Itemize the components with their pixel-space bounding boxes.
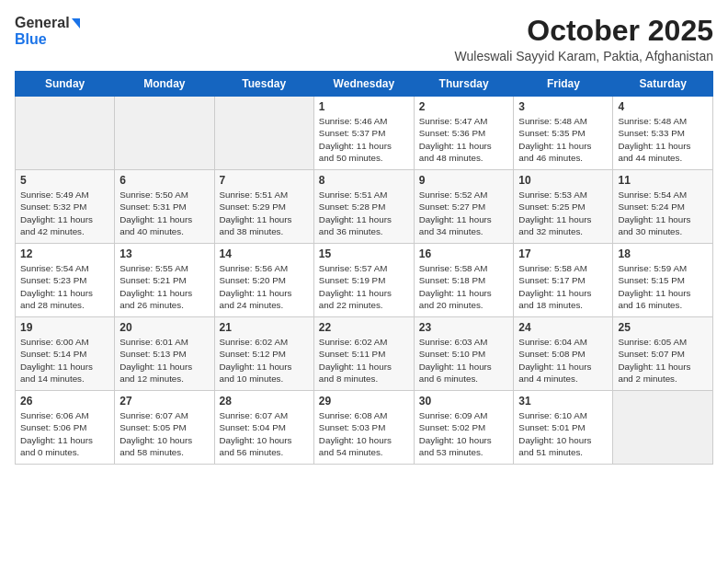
day-info: Sunrise: 5:56 AM Sunset: 5:20 PM Dayligh… — [220, 262, 309, 311]
header-wednesday: Wednesday — [313, 72, 414, 97]
calendar-cell: 11Sunrise: 5:54 AM Sunset: 5:24 PM Dayli… — [613, 170, 713, 244]
header-friday: Friday — [514, 72, 613, 97]
calendar-cell — [16, 97, 115, 170]
calendar-cell: 21Sunrise: 6:02 AM Sunset: 5:12 PM Dayli… — [214, 317, 313, 391]
day-number: 15 — [319, 247, 409, 260]
day-info: Sunrise: 5:47 AM Sunset: 5:36 PM Dayligh… — [419, 115, 509, 164]
day-number: 2 — [419, 100, 509, 113]
day-info: Sunrise: 6:01 AM Sunset: 5:13 PM Dayligh… — [119, 336, 209, 385]
day-info: Sunrise: 5:54 AM Sunset: 5:24 PM Dayligh… — [618, 189, 708, 237]
day-info: Sunrise: 5:54 AM Sunset: 5:23 PM Dayligh… — [20, 262, 109, 311]
calendar-week-4: 19Sunrise: 6:00 AM Sunset: 5:14 PM Dayli… — [16, 317, 713, 391]
header-thursday: Thursday — [414, 72, 514, 97]
day-info: Sunrise: 5:50 AM Sunset: 5:31 PM Dayligh… — [119, 189, 209, 237]
day-number: 22 — [319, 321, 409, 334]
day-number: 5 — [20, 174, 109, 187]
day-info: Sunrise: 5:55 AM Sunset: 5:21 PM Dayligh… — [119, 262, 209, 311]
day-number: 7 — [220, 174, 309, 187]
day-number: 13 — [119, 247, 209, 260]
calendar-cell: 17Sunrise: 5:58 AM Sunset: 5:17 PM Dayli… — [514, 244, 613, 317]
page-header: General Blue October 2025 Wuleswali Sayy… — [15, 15, 713, 63]
header-monday: Monday — [115, 72, 214, 97]
calendar-cell: 12Sunrise: 5:54 AM Sunset: 5:23 PM Dayli… — [16, 244, 115, 317]
day-info: Sunrise: 6:02 AM Sunset: 5:12 PM Dayligh… — [220, 336, 309, 385]
calendar-cell: 6Sunrise: 5:50 AM Sunset: 5:31 PM Daylig… — [115, 170, 214, 244]
day-number: 11 — [618, 174, 708, 187]
day-info: Sunrise: 5:57 AM Sunset: 5:19 PM Dayligh… — [319, 262, 409, 311]
day-number: 24 — [518, 321, 608, 334]
calendar-cell: 31Sunrise: 6:10 AM Sunset: 5:01 PM Dayli… — [514, 391, 613, 465]
day-info: Sunrise: 6:09 AM Sunset: 5:02 PM Dayligh… — [419, 409, 509, 458]
day-info: Sunrise: 5:52 AM Sunset: 5:27 PM Dayligh… — [419, 189, 509, 237]
day-info: Sunrise: 6:08 AM Sunset: 5:03 PM Dayligh… — [319, 409, 409, 458]
logo-general-text: General — [15, 15, 70, 30]
calendar-cell: 22Sunrise: 6:02 AM Sunset: 5:11 PM Dayli… — [313, 317, 414, 391]
calendar-cell — [613, 391, 713, 465]
day-info: Sunrise: 5:58 AM Sunset: 5:17 PM Dayligh… — [518, 262, 608, 311]
day-info: Sunrise: 5:48 AM Sunset: 5:35 PM Dayligh… — [518, 115, 608, 164]
calendar-cell: 25Sunrise: 6:05 AM Sunset: 5:07 PM Dayli… — [613, 317, 713, 391]
day-number: 16 — [419, 247, 509, 260]
calendar-cell: 3Sunrise: 5:48 AM Sunset: 5:35 PM Daylig… — [514, 97, 613, 170]
calendar-cell: 4Sunrise: 5:48 AM Sunset: 5:33 PM Daylig… — [613, 97, 713, 170]
day-number: 23 — [419, 321, 509, 334]
day-info: Sunrise: 5:46 AM Sunset: 5:37 PM Dayligh… — [319, 115, 409, 164]
day-number: 1 — [319, 100, 409, 113]
calendar-cell: 20Sunrise: 6:01 AM Sunset: 5:13 PM Dayli… — [115, 317, 214, 391]
calendar-cell: 1Sunrise: 5:46 AM Sunset: 5:37 PM Daylig… — [313, 97, 414, 170]
day-number: 4 — [618, 100, 708, 113]
header-saturday: Saturday — [613, 72, 713, 97]
day-number: 18 — [618, 247, 708, 260]
day-info: Sunrise: 5:58 AM Sunset: 5:18 PM Dayligh… — [419, 262, 509, 311]
calendar-cell: 16Sunrise: 5:58 AM Sunset: 5:18 PM Dayli… — [414, 244, 514, 317]
day-number: 6 — [119, 174, 209, 187]
day-info: Sunrise: 5:51 AM Sunset: 5:29 PM Dayligh… — [220, 189, 309, 237]
day-info: Sunrise: 6:10 AM Sunset: 5:01 PM Dayligh… — [518, 409, 608, 458]
title-block: October 2025 Wuleswali Sayyid Karam, Pak… — [455, 15, 713, 63]
calendar-week-3: 12Sunrise: 5:54 AM Sunset: 5:23 PM Dayli… — [16, 244, 713, 317]
day-number: 3 — [518, 100, 608, 113]
day-info: Sunrise: 5:59 AM Sunset: 5:15 PM Dayligh… — [618, 262, 708, 311]
day-info: Sunrise: 6:03 AM Sunset: 5:10 PM Dayligh… — [419, 336, 509, 385]
header-sunday: Sunday — [16, 72, 115, 97]
day-info: Sunrise: 5:48 AM Sunset: 5:33 PM Dayligh… — [618, 115, 708, 164]
day-number: 14 — [220, 247, 309, 260]
calendar-cell: 5Sunrise: 5:49 AM Sunset: 5:32 PM Daylig… — [16, 170, 115, 244]
calendar-table: SundayMondayTuesdayWednesdayThursdayFrid… — [15, 71, 713, 465]
day-number: 17 — [518, 247, 608, 260]
day-info: Sunrise: 6:07 AM Sunset: 5:04 PM Dayligh… — [220, 409, 309, 458]
calendar-cell: 28Sunrise: 6:07 AM Sunset: 5:04 PM Dayli… — [214, 391, 313, 465]
calendar-cell: 13Sunrise: 5:55 AM Sunset: 5:21 PM Dayli… — [115, 244, 214, 317]
day-info: Sunrise: 6:05 AM Sunset: 5:07 PM Dayligh… — [618, 336, 708, 385]
calendar-cell: 30Sunrise: 6:09 AM Sunset: 5:02 PM Dayli… — [414, 391, 514, 465]
day-number: 30 — [419, 395, 509, 408]
calendar-cell: 10Sunrise: 5:53 AM Sunset: 5:25 PM Dayli… — [514, 170, 613, 244]
day-number: 28 — [220, 395, 309, 408]
calendar-body: 1Sunrise: 5:46 AM Sunset: 5:37 PM Daylig… — [16, 97, 713, 465]
day-number: 12 — [20, 247, 109, 260]
logo-triangle-icon — [72, 18, 80, 29]
calendar-cell: 14Sunrise: 5:56 AM Sunset: 5:20 PM Dayli… — [214, 244, 313, 317]
day-number: 21 — [220, 321, 309, 334]
calendar-cell — [115, 97, 214, 170]
calendar-cell: 26Sunrise: 6:06 AM Sunset: 5:06 PM Dayli… — [16, 391, 115, 465]
day-number: 27 — [119, 395, 209, 408]
calendar-cell: 29Sunrise: 6:08 AM Sunset: 5:03 PM Dayli… — [313, 391, 414, 465]
calendar-cell: 24Sunrise: 6:04 AM Sunset: 5:08 PM Dayli… — [514, 317, 613, 391]
day-number: 10 — [518, 174, 608, 187]
calendar-cell: 7Sunrise: 5:51 AM Sunset: 5:29 PM Daylig… — [214, 170, 313, 244]
day-number: 8 — [319, 174, 409, 187]
day-number: 9 — [419, 174, 509, 187]
calendar-week-2: 5Sunrise: 5:49 AM Sunset: 5:32 PM Daylig… — [16, 170, 713, 244]
logo: General Blue — [15, 15, 82, 48]
day-info: Sunrise: 6:06 AM Sunset: 5:06 PM Dayligh… — [20, 409, 109, 458]
calendar-week-1: 1Sunrise: 5:46 AM Sunset: 5:37 PM Daylig… — [16, 97, 713, 170]
calendar-cell: 2Sunrise: 5:47 AM Sunset: 5:36 PM Daylig… — [414, 97, 514, 170]
day-info: Sunrise: 5:51 AM Sunset: 5:28 PM Dayligh… — [319, 189, 409, 237]
calendar-header-row: SundayMondayTuesdayWednesdayThursdayFrid… — [16, 72, 713, 97]
calendar-title: October 2025 — [455, 15, 713, 47]
calendar-cell: 8Sunrise: 5:51 AM Sunset: 5:28 PM Daylig… — [313, 170, 414, 244]
logo-blue-text: Blue — [15, 31, 47, 47]
day-number: 31 — [518, 395, 608, 408]
calendar-subtitle: Wuleswali Sayyid Karam, Paktia, Afghanis… — [455, 49, 713, 63]
